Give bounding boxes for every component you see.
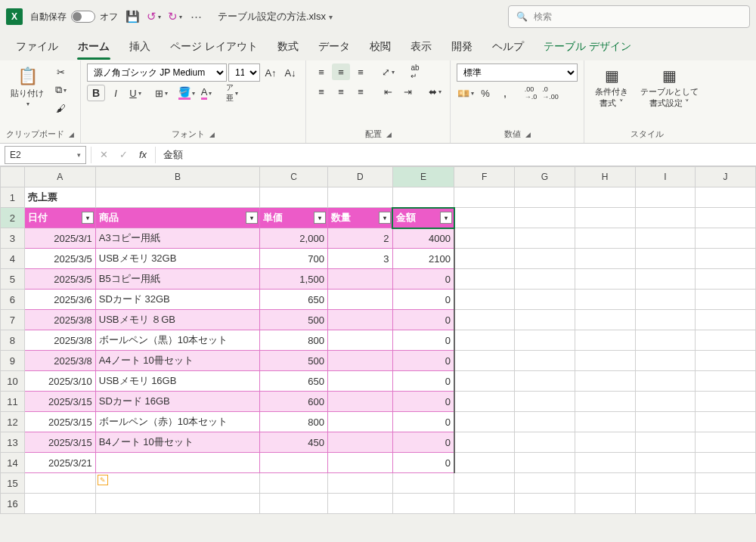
row-header[interactable]: 3 (1, 228, 25, 249)
col-header[interactable]: B (95, 167, 259, 187)
cell[interactable] (635, 392, 696, 412)
row-header[interactable]: 9 (1, 351, 25, 371)
col-header[interactable]: G (515, 167, 575, 187)
cell[interactable]: 650 (260, 371, 328, 392)
table-expand-handle[interactable]: ✎ (98, 475, 108, 485)
cell[interactable]: SDカード 16GB (95, 392, 259, 412)
cell[interactable]: A4ノート 10冊セット (95, 351, 259, 371)
cell[interactable]: A3コピー用紙 (95, 228, 259, 249)
paste-button[interactable]: 📋 貼り付け ▾ (6, 63, 48, 110)
cell[interactable]: ボールペン（赤）10本セット (95, 412, 259, 432)
decrease-decimal-button[interactable]: .0→.00 (541, 85, 559, 101)
cell[interactable] (454, 453, 515, 473)
cell[interactable]: 2025/3/8 (24, 351, 95, 371)
tab-table-design[interactable]: テーブル デザイン (535, 36, 640, 58)
col-header[interactable]: I (635, 167, 696, 187)
cell[interactable]: 0 (392, 432, 454, 453)
font-color-button[interactable]: A▾ (197, 85, 215, 101)
bold-button[interactable]: B (87, 85, 105, 101)
cell[interactable] (260, 453, 328, 473)
cell[interactable] (635, 310, 696, 330)
cell[interactable] (515, 310, 575, 330)
cell[interactable] (515, 351, 575, 371)
cell[interactable] (515, 412, 575, 432)
document-title[interactable]: テーブル設定の方法.xlsx ▾ (218, 10, 333, 23)
cell[interactable] (327, 310, 392, 330)
cell[interactable] (327, 432, 392, 453)
search-input[interactable]: 🔍 検索 (508, 5, 750, 28)
conditional-format-button[interactable]: ▦ 条件付き 書式 ˅ (590, 63, 633, 112)
table-header[interactable]: 日付▾ (24, 208, 95, 228)
fill-color-button[interactable]: 🪣▾ (178, 85, 196, 101)
tab-insert[interactable]: 挿入 (121, 36, 159, 58)
cell[interactable]: B4ノート 10冊セット (95, 432, 259, 453)
cell[interactable]: 2025/3/10 (24, 371, 95, 392)
cell[interactable]: 2025/3/21 (24, 453, 95, 473)
phonetic-button[interactable]: ア亜▾ (223, 85, 241, 101)
cell[interactable]: 500 (260, 351, 328, 371)
cancel-button[interactable]: ✕ (94, 147, 113, 163)
table-header[interactable]: 単価▾ (260, 208, 328, 228)
format-painter-button[interactable]: 🖌 (51, 100, 70, 116)
cell[interactable]: USBメモリ 16GB (95, 371, 259, 392)
cell[interactable] (575, 453, 635, 473)
cell[interactable] (575, 371, 635, 392)
cell[interactable] (635, 412, 696, 432)
row-header[interactable]: 15 (1, 473, 25, 494)
cell[interactable] (454, 351, 515, 371)
cell[interactable]: 1,500 (260, 269, 328, 290)
col-header[interactable]: J (696, 167, 756, 187)
tab-formulas[interactable]: 数式 (269, 36, 307, 58)
cell[interactable] (635, 249, 696, 269)
cell[interactable]: 2025/3/15 (24, 432, 95, 453)
cell[interactable] (454, 371, 515, 392)
underline-button[interactable]: U▾ (126, 85, 144, 101)
align-center-button[interactable]: ≡ (332, 83, 350, 100)
cell[interactable] (575, 330, 635, 351)
table-header[interactable]: 数量▾ (327, 208, 392, 228)
cell[interactable]: 0 (392, 412, 454, 432)
cell[interactable] (327, 351, 392, 371)
row-header[interactable]: 6 (1, 290, 25, 310)
cell[interactable] (635, 330, 696, 351)
cell[interactable] (327, 453, 392, 473)
cell[interactable] (515, 269, 575, 290)
cell[interactable] (454, 269, 515, 290)
cell[interactable] (327, 371, 392, 392)
cell[interactable]: 0 (392, 351, 454, 371)
italic-button[interactable]: I (107, 85, 125, 101)
cell[interactable] (515, 453, 575, 473)
tab-developer[interactable]: 開発 (443, 36, 481, 58)
dialog-launcher-icon[interactable]: ◢ (69, 131, 74, 138)
row-header[interactable]: 5 (1, 269, 25, 290)
cell[interactable] (575, 432, 635, 453)
row-header[interactable]: 8 (1, 330, 25, 351)
cell[interactable]: 4000 (392, 228, 454, 249)
merge-button[interactable]: ⬌▾ (426, 83, 444, 100)
cell[interactable]: 2025/3/8 (24, 310, 95, 330)
cell[interactable] (515, 432, 575, 453)
orientation-button[interactable]: ⤢▾ (379, 63, 397, 80)
tab-file[interactable]: ファイル (8, 36, 67, 58)
tab-data[interactable]: データ (310, 36, 358, 58)
cell[interactable] (515, 290, 575, 310)
cell[interactable]: 2025/3/1 (24, 228, 95, 249)
font-size-select[interactable]: 11 (228, 63, 260, 82)
tab-review[interactable]: 校閲 (361, 36, 399, 58)
cell[interactable] (696, 310, 756, 330)
increase-indent-button[interactable]: ⇥ (398, 83, 417, 100)
formula-input[interactable]: 金額 (156, 148, 756, 162)
accounting-button[interactable]: 💴▾ (457, 85, 475, 101)
chevron-down-icon[interactable]: ▾ (77, 151, 81, 159)
enter-button[interactable]: ✓ (114, 147, 132, 163)
cell[interactable] (635, 432, 696, 453)
row-header[interactable]: 13 (1, 432, 25, 453)
format-as-table-button[interactable]: ▦ テーブルとして 書式設定 ˅ (636, 63, 703, 112)
cell[interactable] (696, 269, 756, 290)
cell[interactable]: 0 (392, 330, 454, 351)
tab-help[interactable]: ヘルプ (484, 36, 532, 58)
row-header[interactable]: 16 (1, 494, 25, 514)
cell[interactable] (635, 290, 696, 310)
cell[interactable]: 2025/3/8 (24, 330, 95, 351)
cell[interactable] (327, 290, 392, 310)
